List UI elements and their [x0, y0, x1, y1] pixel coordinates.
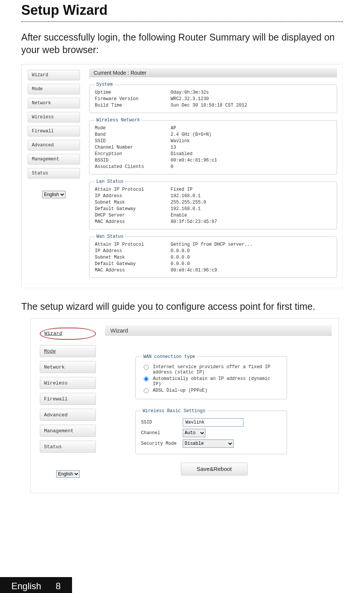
sidebar-item-status[interactable]: Status — [28, 168, 80, 179]
sidebar-item-advanced[interactable]: Advanced — [40, 409, 96, 421]
intro-text-1: After successfully login, the following … — [21, 31, 343, 56]
sidebar-item-management[interactable]: Management — [40, 425, 96, 437]
wan-legend: Wan Status — [95, 234, 125, 239]
wireless-basic-legend: Wireless Basic Settings — [141, 408, 207, 414]
wireless-legend: Wireless Network — [95, 118, 141, 123]
table-row: Band2.4 GHz (B+G+N) — [95, 132, 331, 138]
table-row: Firmware VersionWRC2.32.3.1230 — [95, 96, 331, 102]
radio-dynamic-ip[interactable]: Automatically obtain an IP address (dyna… — [142, 376, 281, 387]
wizard-main: Wizard WAN connection type Internet serv… — [105, 325, 332, 478]
channel-label: Channel — [141, 430, 183, 436]
security-mode-select[interactable]: Disable — [183, 439, 234, 448]
sidebar-item-network[interactable]: Network — [28, 98, 80, 108]
sidebar: Wizard Mode Network Wireless Firewall Ad… — [28, 68, 80, 278]
divider — [21, 21, 343, 22]
radio-dynamic-ip-label: Automatically obtain an IP address (dyna… — [153, 376, 281, 387]
lan-legend: Lan Status — [95, 179, 125, 184]
table-row: Subnet Mask0.0.0.0 — [95, 254, 331, 261]
system-panel: System Uptime0day:0h:3m:32s Firmware Ver… — [89, 82, 337, 113]
wan-connection-legend: WAN connection type — [142, 354, 197, 359]
table-row: IP Address192.168.0.1 — [95, 193, 331, 199]
save-reboot-button[interactable]: Save&Reboot — [181, 463, 248, 475]
table-row: Default Gateway192.168.0.1 — [95, 206, 331, 212]
sidebar-item-network[interactable]: Network — [40, 361, 96, 373]
sidebar-item-mode[interactable]: Mode — [28, 84, 80, 94]
table-row: Subnet Mask255.255.255.0 — [95, 199, 331, 206]
table-row: SSIDWavlink — [95, 138, 331, 144]
sidebar-item-wireless[interactable]: Wireless — [28, 112, 80, 122]
wireless-panel: Wireless Network ModeAP Band2.4 GHz (B+G… — [89, 118, 337, 174]
page-title: Setup Wizard — [21, 2, 343, 18]
channel-select[interactable]: Auto — [183, 429, 206, 437]
sidebar-item-firewall[interactable]: Firewall — [40, 393, 96, 405]
ssid-label: SSID — [141, 420, 183, 425]
footer-page-number: 8 — [56, 581, 61, 591]
table-row: MAC Address80:3f:5d:23:45:67 — [95, 219, 331, 225]
table-row: Default Gateway0.0.0.0 — [95, 261, 331, 267]
radio-static-ip-label: Internet service providers offer a fixed… — [153, 364, 281, 375]
footer-language: English — [11, 581, 41, 591]
sidebar-2: Wizard Mode Network Wireless Firewall Ad… — [40, 325, 96, 478]
table-row: BSSID00:e0:4c:81:96:c1 — [95, 157, 331, 164]
ssid-input[interactable] — [183, 418, 243, 427]
table-row: Uptime0day:0h:3m:32s — [95, 89, 331, 96]
table-row: IP Address0.0.0.0 — [95, 248, 331, 254]
radio-pppoe-label: ADSL Dial-up (PPPoE) — [153, 388, 207, 393]
table-row: Build TimeSun Dec 30 10:50:18 CST 2012 — [95, 102, 331, 109]
sidebar-item-wireless[interactable]: Wireless — [40, 377, 96, 389]
language-select-2[interactable]: English — [56, 470, 80, 478]
table-row: MAC Address00:e0:4c:81:96:c9 — [95, 267, 331, 274]
intro-text-2: The setup wizard will guide you to confi… — [21, 300, 343, 313]
wan-connection-panel: WAN connection type Internet service pro… — [135, 354, 287, 399]
language-select[interactable]: English — [42, 191, 66, 198]
radio-pppoe[interactable]: ADSL Dial-up (PPPoE) — [142, 388, 281, 393]
table-row: Attain IP ProtocolGetting IP from DHCP s… — [95, 242, 331, 248]
sidebar-item-wizard-circled[interactable]: Wizard — [40, 328, 96, 340]
system-legend: System — [95, 82, 114, 87]
table-row: Attain IP ProtocolFixed IP — [95, 187, 331, 193]
lan-panel: Lan Status Attain IP ProtocolFixed IP IP… — [89, 179, 337, 229]
security-mode-label: Security Mode — [141, 441, 183, 446]
radio-static-ip[interactable]: Internet service providers offer a fixed… — [142, 364, 281, 375]
table-row: Associated Clients0 — [95, 164, 331, 170]
sidebar-item-advanced[interactable]: Advanced — [28, 140, 80, 151]
radio-static-ip-input[interactable] — [144, 365, 149, 370]
footer-tab: English 8 — [0, 577, 72, 593]
sidebar-item-mode[interactable]: Mode — [40, 345, 96, 357]
wireless-basic-panel: Wireless Basic Settings SSID Channel Aut… — [135, 408, 287, 454]
sidebar-item-firewall[interactable]: Firewall — [28, 126, 80, 136]
sidebar-item-wizard[interactable]: Wizard — [28, 70, 80, 80]
router-summary-screenshot: Wizard Mode Network Wireless Firewall Ad… — [21, 64, 343, 288]
wizard-screenshot: Wizard Mode Network Wireless Firewall Ad… — [30, 318, 339, 493]
radio-dynamic-ip-input[interactable] — [144, 377, 149, 381]
wizard-heading-bar: Wizard — [105, 325, 332, 336]
table-row: ModeAP — [95, 125, 331, 132]
current-mode-bar: Current Mode : Router — [89, 68, 337, 77]
sidebar-item-management[interactable]: Management — [28, 154, 80, 165]
table-row: EncryptionDisabled — [95, 151, 331, 157]
table-row: Channel Number13 — [95, 144, 331, 151]
wan-panel: Wan Status Attain IP ProtocolGetting IP … — [89, 234, 337, 278]
table-row: DHCP ServerEnable — [95, 212, 331, 219]
sidebar-item-status[interactable]: Status — [40, 441, 96, 453]
radio-pppoe-input[interactable] — [144, 388, 149, 393]
summary-main: Current Mode : Router System Uptime0day:… — [89, 68, 337, 278]
